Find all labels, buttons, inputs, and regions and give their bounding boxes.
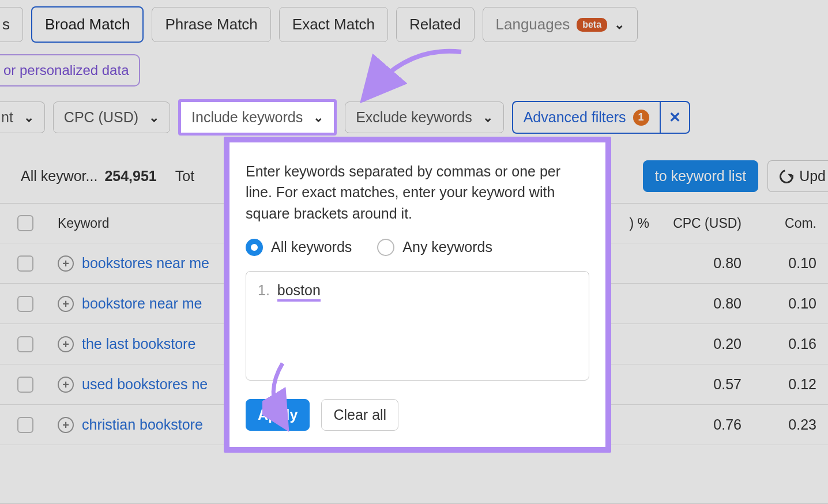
all-keywords-count: 254,951 [104,168,156,185]
refresh-icon [777,167,796,186]
keyword-entry-value: boston [277,282,321,302]
filter-chip-row: nt ⌄ CPC (USD) ⌄ Include keywords ⌄ Excl… [0,99,828,136]
com-value: 0.16 [742,336,816,352]
radio-any-label: Any keywords [402,239,492,255]
add-keyword-icon[interactable]: + [58,377,74,393]
advanced-filters-close[interactable]: ✕ [660,102,689,133]
chevron-down-icon: ⌄ [149,110,159,125]
right-actions: to keyword list Upd [643,160,828,192]
advanced-filters-count: 1 [633,110,649,126]
add-keyword-icon[interactable]: + [58,417,74,433]
tab-exact-match[interactable]: Exact Match [279,7,388,42]
cpc-value: 0.76 [649,416,742,433]
tab-broad-match[interactable]: Broad Match [31,6,144,43]
filter-exclude-label: Exclude keywords [356,109,472,126]
filter-nt[interactable]: nt ⌄ [0,101,45,133]
chevron-down-icon: ⌄ [24,110,34,125]
col-com[interactable]: Com. [742,216,816,231]
row-checkbox[interactable] [17,417,33,433]
chevron-down-icon: ⌄ [313,110,323,125]
com-value: 0.23 [742,416,816,433]
tab-partial[interactable]: s [0,7,23,42]
popover-actions: Apply Clear all [246,399,589,431]
add-keyword-icon[interactable]: + [58,296,74,312]
filter-cpc-label: CPC (USD) [64,109,138,126]
add-keyword-icon[interactable]: + [58,255,74,272]
beta-badge: beta [577,18,607,32]
chevron-down-icon: ⌄ [483,110,493,125]
cpc-value: 0.80 [649,255,742,272]
filter-exclude-keywords[interactable]: Exclude keywords ⌄ [345,101,503,133]
tab-related[interactable]: Related [396,7,475,42]
chevron-down-icon: ⌄ [614,17,624,32]
clear-all-button[interactable]: Clear all [321,399,398,431]
add-keyword-icon[interactable]: + [58,336,74,352]
keyword-link[interactable]: bookstores near me [82,255,209,272]
com-value: 0.10 [742,255,816,272]
update-button[interactable]: Upd [767,160,828,192]
cpc-value: 0.57 [649,376,742,393]
radio-all-label: All keywords [271,239,352,255]
keyword-link[interactable]: the last bookstore [82,336,195,352]
all-keywords-label: All keywor... [21,168,97,185]
keyword-entry-number: 1. [258,282,270,298]
select-all-checkbox[interactable] [17,215,33,231]
advanced-filters-label: Advanced filters [524,109,626,126]
update-label: Upd [799,168,826,185]
filter-include-keywords[interactable]: Include keywords ⌄ [178,99,337,136]
com-value: 0.12 [742,376,816,393]
keyword-link[interactable]: used bookstores ne [82,376,208,393]
include-keywords-popover: Enter keywords separated by commas or on… [224,137,611,453]
row-checkbox[interactable] [17,377,33,393]
cpc-value: 0.20 [649,336,742,352]
row-checkbox[interactable] [17,296,33,312]
match-tabs: s Broad Match Phrase Match Exact Match R… [0,6,828,43]
col-cpc[interactable]: CPC (USD) [649,216,742,231]
apply-button[interactable]: Apply [246,399,310,431]
filter-nt-label: nt [1,109,13,126]
radio-any-keywords[interactable]: Any keywords [377,239,492,256]
filter-cpc[interactable]: CPC (USD) ⌄ [53,101,170,133]
filter-include-label: Include keywords [191,109,303,126]
personalized-data-hint[interactable]: or personalized data [0,54,140,86]
tab-languages-label: Languages [496,16,570,33]
popover-instructions: Enter keywords separated by commas or on… [246,161,589,224]
keyword-link[interactable]: bookstore near me [82,295,202,312]
com-value: 0.10 [742,295,816,312]
row-checkbox[interactable] [17,255,33,272]
total-label: Tot [175,168,194,185]
advanced-filters-body[interactable]: Advanced filters 1 [513,102,660,133]
match-mode-radios: All keywords Any keywords [246,239,589,256]
row-checkbox[interactable] [17,336,33,352]
advanced-filters[interactable]: Advanced filters 1 ✕ [512,101,690,134]
tab-phrase-match[interactable]: Phrase Match [152,7,270,42]
keywords-textarea[interactable]: 1. boston [246,271,589,381]
tab-languages[interactable]: Languages beta ⌄ [483,7,638,42]
add-to-keyword-list-button[interactable]: to keyword list [643,160,758,192]
keyword-link[interactable]: christian bookstore [82,416,203,433]
radio-all-keywords[interactable]: All keywords [246,239,352,256]
cpc-value: 0.80 [649,295,742,312]
